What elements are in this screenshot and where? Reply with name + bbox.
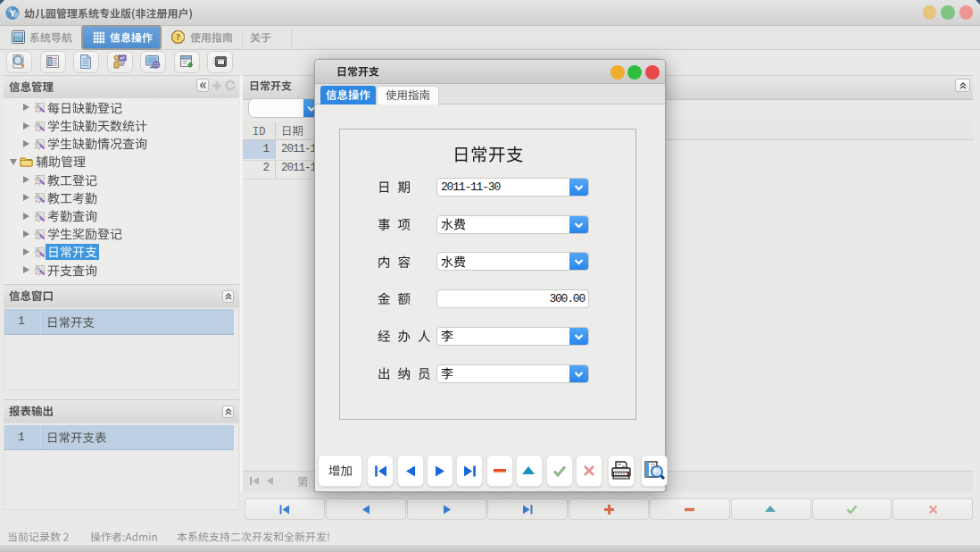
svg-text:?: ? [176, 32, 180, 42]
